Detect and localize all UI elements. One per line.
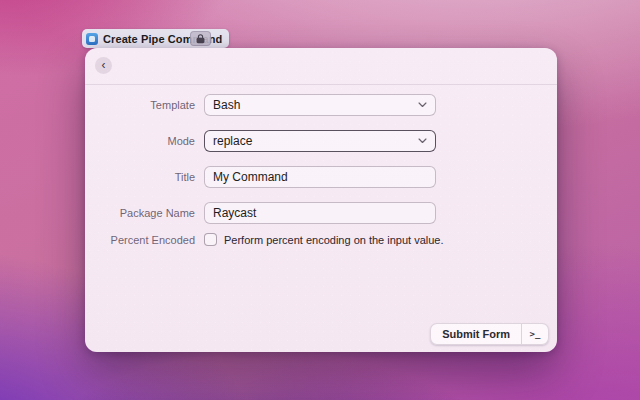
desktop-wallpaper: Create Pipe Command ‹ Template Bash — [0, 0, 640, 400]
create-pipe-command-window: ‹ Template Bash Mode replace — [85, 48, 557, 352]
percent-encoded-label: Percent Encoded — [85, 234, 195, 246]
template-dropdown[interactable]: Bash — [204, 94, 436, 116]
form-row-package-name: Package Name — [85, 202, 557, 224]
lock-button[interactable] — [190, 31, 211, 46]
chevron-down-icon — [418, 102, 427, 108]
mode-label: Mode — [85, 135, 195, 147]
package-name-label: Package Name — [85, 207, 195, 219]
percent-encoded-checkbox[interactable] — [204, 233, 217, 246]
form-row-title: Title — [85, 166, 557, 188]
back-icon: ‹ — [102, 59, 106, 71]
app-icon — [86, 33, 98, 45]
terminal-actions-button[interactable]: >_ — [522, 324, 548, 344]
back-button[interactable]: ‹ — [95, 57, 112, 74]
form-row-template: Template Bash — [85, 94, 557, 116]
terminal-icon: >_ — [530, 329, 541, 339]
header-divider — [85, 84, 557, 85]
submit-form-label: Submit Form — [442, 328, 510, 340]
form-row-mode: Mode replace — [85, 130, 557, 152]
mode-dropdown[interactable]: replace — [204, 130, 436, 152]
mode-dropdown-value: replace — [213, 134, 252, 148]
submit-form-button[interactable]: Submit Form — [431, 324, 521, 344]
title-input[interactable] — [204, 166, 436, 188]
footer-actions: Submit Form >_ — [430, 323, 549, 345]
title-label: Title — [85, 171, 195, 183]
form-row-percent-encoded: Percent Encoded Perform percent encoding… — [85, 233, 557, 246]
template-dropdown-value: Bash — [213, 98, 240, 112]
template-label: Template — [85, 99, 195, 111]
lock-icon — [195, 34, 206, 44]
percent-encoded-description: Perform percent encoding on the input va… — [224, 234, 444, 246]
package-name-input[interactable] — [204, 202, 436, 224]
chevron-down-icon — [418, 138, 427, 144]
